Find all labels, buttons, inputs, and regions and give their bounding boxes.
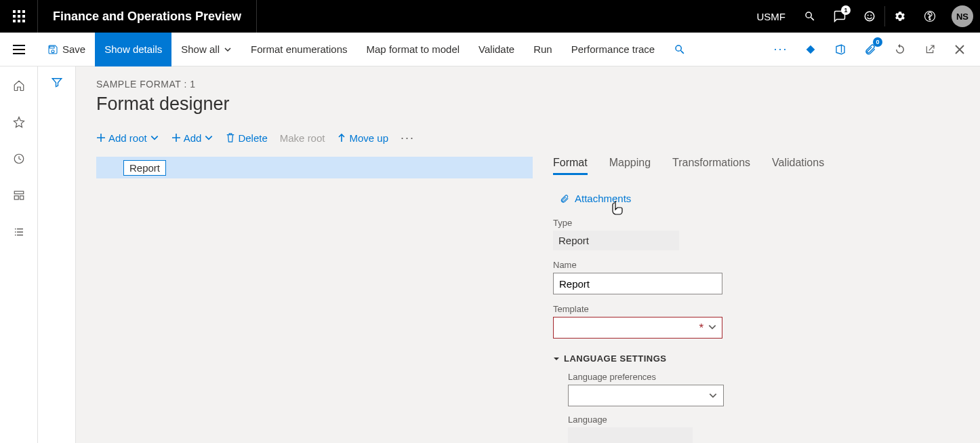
- name-label: Name: [553, 260, 722, 270]
- paperclip-icon: [560, 193, 569, 204]
- messages-badge: 1: [841, 5, 851, 15]
- workspace: SAMPLE FORMAT : 1 Format designer Add ro…: [0, 66, 980, 443]
- field-template: Template *: [553, 304, 722, 339]
- plus-icon: [171, 133, 181, 142]
- make-root-button: Make root: [280, 132, 325, 144]
- clock-icon: [13, 153, 25, 165]
- perf-trace-label: Performance trace: [571, 43, 655, 55]
- make-root-label: Make root: [280, 132, 325, 144]
- validate-label: Validate: [478, 43, 514, 55]
- svg-rect-12: [13, 45, 25, 46]
- attachments-indicator-button[interactable]: 0: [857, 36, 884, 63]
- overflow-button[interactable]: ···: [767, 36, 794, 63]
- name-input[interactable]: [553, 273, 722, 294]
- command-bar: Save Show details Show all Format enumer…: [0, 33, 980, 66]
- nav-recent[interactable]: [5, 149, 33, 168]
- svg-point-10: [867, 15, 869, 16]
- popout-button[interactable]: [916, 36, 943, 63]
- add-root-button[interactable]: Add root: [96, 132, 159, 144]
- tab-mapping[interactable]: Mapping: [609, 157, 651, 175]
- section-lang-label: LANGUAGE SETTINGS: [564, 353, 667, 364]
- office-icon: [834, 43, 846, 56]
- format-enumerations-button[interactable]: Format enumerations: [241, 33, 357, 66]
- run-label: Run: [533, 43, 552, 55]
- attachments-button[interactable]: Attachments: [553, 189, 638, 208]
- svg-rect-14: [13, 53, 25, 54]
- messages-button[interactable]: 1: [825, 0, 855, 33]
- show-details-button[interactable]: Show details: [95, 33, 171, 66]
- template-label: Template: [553, 304, 722, 314]
- home-icon: [13, 79, 25, 92]
- page-title: Format designer: [96, 94, 960, 115]
- chevron-down-icon: [224, 45, 232, 54]
- required-indicator: *: [699, 322, 703, 335]
- save-button[interactable]: Save: [38, 33, 95, 66]
- performance-trace-button[interactable]: Performance trace: [562, 33, 664, 66]
- validate-button[interactable]: Validate: [469, 33, 524, 66]
- refresh-button[interactable]: [886, 36, 914, 63]
- toolbar-more-button[interactable]: ···: [401, 131, 415, 145]
- save-label: Save: [62, 43, 85, 55]
- tab-validations[interactable]: Validations: [772, 157, 824, 175]
- content-area: SAMPLE FORMAT : 1 Format designer Add ro…: [76, 66, 980, 443]
- chevron-down-icon: [150, 133, 159, 142]
- template-input[interactable]: [553, 317, 722, 339]
- show-all-button[interactable]: Show all: [171, 33, 241, 66]
- nav-rail: [0, 66, 38, 443]
- type-label: Type: [553, 218, 722, 228]
- svg-rect-7: [18, 20, 20, 22]
- search-icon: [804, 10, 816, 22]
- user-avatar[interactable]: NS: [952, 5, 973, 27]
- product-title: Finance and Operations Preview: [38, 9, 241, 24]
- tree-row[interactable]: Report: [96, 157, 533, 178]
- show-all-label: Show all: [181, 43, 220, 55]
- feedback-button[interactable]: [855, 0, 884, 33]
- run-button[interactable]: Run: [524, 33, 562, 66]
- office-addins-button[interactable]: [827, 36, 854, 63]
- details-panel: Format Mapping Transformations Validatio…: [553, 157, 960, 443]
- personalize-button[interactable]: [797, 36, 824, 63]
- field-type: Type Report: [553, 218, 722, 250]
- lang-pref-select[interactable]: [568, 385, 724, 406]
- command-search-button[interactable]: [664, 33, 695, 66]
- nav-modules[interactable]: [5, 223, 33, 242]
- svg-point-9: [865, 12, 874, 21]
- smiley-icon: [863, 10, 876, 22]
- nav-favorites[interactable]: [5, 113, 33, 132]
- workspace-icon: [13, 189, 25, 201]
- lang-value: [568, 427, 693, 443]
- section-language-settings[interactable]: LANGUAGE SETTINGS: [553, 353, 960, 364]
- svg-rect-17: [14, 191, 24, 194]
- lang-label: Language: [568, 415, 960, 425]
- add-button[interactable]: Add: [171, 132, 214, 144]
- global-search-button[interactable]: [795, 0, 825, 33]
- nav-toggle-button[interactable]: [0, 33, 38, 66]
- tree-node-report[interactable]: Report: [123, 160, 166, 176]
- settings-button[interactable]: [885, 0, 915, 33]
- format-tree: Report: [96, 157, 533, 443]
- app-launcher-button[interactable]: [0, 0, 38, 33]
- detail-tabs: Format Mapping Transformations Validatio…: [553, 157, 960, 175]
- field-language-preferences: Language preferences: [568, 372, 960, 406]
- delete-button[interactable]: Delete: [226, 132, 267, 144]
- ellipsis-icon: ···: [773, 42, 788, 56]
- search-icon: [674, 43, 686, 56]
- chevron-down-icon: [204, 133, 213, 142]
- filter-button[interactable]: [51, 76, 63, 443]
- diamond-icon: [804, 43, 817, 56]
- help-button[interactable]: [915, 0, 945, 33]
- close-button[interactable]: [946, 36, 973, 63]
- map-format-label: Map format to model: [367, 43, 460, 55]
- svg-rect-19: [20, 196, 23, 199]
- command-bar-right: ··· 0: [767, 36, 980, 63]
- nav-workspaces[interactable]: [5, 186, 33, 205]
- tab-transformations[interactable]: Transformations: [672, 157, 750, 175]
- add-root-label: Add root: [108, 132, 147, 144]
- company-code[interactable]: USMF: [748, 11, 796, 22]
- type-value: Report: [553, 231, 679, 250]
- map-format-button[interactable]: Map format to model: [357, 33, 470, 66]
- svg-rect-1: [18, 10, 20, 13]
- move-up-button[interactable]: Move up: [337, 132, 388, 144]
- tab-format[interactable]: Format: [553, 157, 588, 175]
- nav-home[interactable]: [5, 76, 33, 95]
